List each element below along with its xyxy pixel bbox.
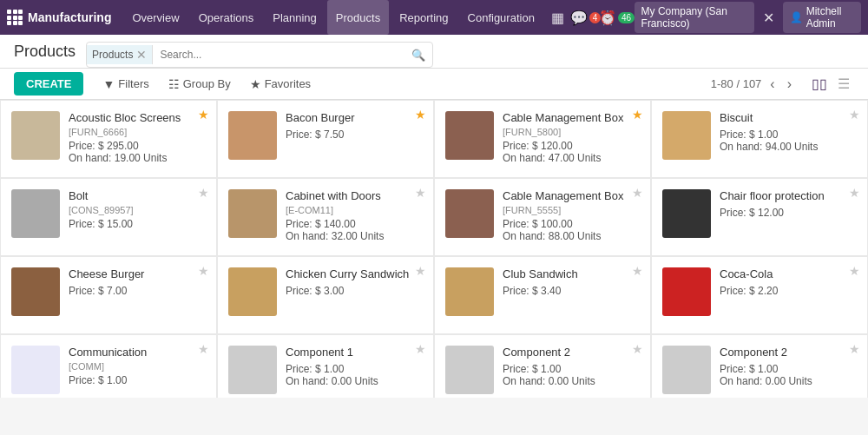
favorite-button[interactable]: ★ [415,342,426,356]
product-info: Cabinet with Doors[E-COM11]Price: $ 140.… [286,189,423,242]
product-card[interactable]: Bacon BurgerPrice: $ 7.50★ [217,100,434,178]
product-price: Price: $ 295.00 [69,140,206,152]
product-code: [CONS_89957] [69,205,206,215]
favorite-button[interactable]: ★ [198,186,209,200]
product-card[interactable]: Cable Management Box[FURN_5800]Price: $ … [434,100,651,178]
product-info: Component 2Price: $ 1.00On hand: 0.00 Un… [503,346,640,387]
product-name: Acoustic Bloc Screens [69,111,206,126]
product-stock: On hand: 88.00 Units [503,230,640,242]
favorite-button[interactable]: ★ [632,264,643,278]
search-tag: Products ✕ [87,45,153,64]
product-image [11,111,60,160]
favorite-button[interactable]: ★ [849,264,860,278]
favorite-button[interactable]: ★ [632,186,643,200]
product-card[interactable]: Chair floor protectionPrice: $ 12.00★ [651,178,868,256]
product-card[interactable]: Acoustic Bloc Screens[FURN_6666]Price: $… [0,100,217,178]
favorite-button[interactable]: ★ [849,186,860,200]
nav-planning[interactable]: Planning [264,0,326,35]
next-page-button[interactable]: › [784,75,795,94]
product-info: Bacon BurgerPrice: $ 7.50 [286,111,423,141]
favorite-button[interactable]: ★ [415,108,426,122]
user-menu[interactable]: 👤 Mitchell Admin [783,2,861,33]
clock-icon[interactable]: ⏰46 [603,3,631,31]
product-info: Cheese BurgerPrice: $ 7.00 [69,267,206,297]
pagination-info: 1-80 / 107 ‹ › ▯▯ ☰ [711,73,854,95]
list-view-button[interactable]: ☰ [833,73,854,95]
search-tag-close[interactable]: ✕ [136,48,147,62]
product-name: Coca-Cola [720,267,857,282]
product-price: Price: $ 1.00 [720,129,857,141]
action-bar: CREATE ▼ Filters ☷ Group By ★ Favorites … [0,69,868,100]
product-price: Price: $ 7.50 [286,129,423,141]
product-name: Bolt [69,189,206,204]
product-card[interactable]: Bolt[CONS_89957]Price: $ 15.00★ [0,178,217,256]
product-price: Price: $ 3.40 [503,285,640,297]
favorite-button[interactable]: ★ [415,186,426,200]
product-info: Component 2Price: $ 1.00On hand: 0.00 Un… [720,346,857,387]
close-icon[interactable]: ✕ [758,3,779,31]
product-card[interactable]: Component 2Price: $ 1.00On hand: 0.00 Un… [651,334,868,398]
product-price: Price: $ 15.00 [69,218,206,230]
company-selector[interactable]: My Company (San Francisco) [635,2,754,33]
product-card[interactable]: Cheese BurgerPrice: $ 7.00★ [0,256,217,334]
favorite-button[interactable]: ★ [849,342,860,356]
product-card[interactable]: Cable Management Box[FURN_5555]Price: $ … [434,178,651,256]
brand-name: Manufacturing [28,10,111,24]
filters-button[interactable]: ▼ Filters [94,74,157,95]
product-info: Communication[COMM]Price: $ 1.00 [69,346,206,386]
product-card[interactable]: Club SandwichPrice: $ 3.40★ [434,256,651,334]
product-price: Price: $ 3.00 [286,285,423,297]
nav-operations[interactable]: Operations [190,0,263,35]
favorite-button[interactable]: ★ [849,108,860,122]
brand[interactable]: Manufacturing [7,10,111,25]
product-image [445,267,494,316]
product-image [662,267,711,316]
product-card[interactable]: Communication[COMM]Price: $ 1.00★ [0,334,217,398]
product-image [11,267,60,316]
product-image [662,189,711,238]
product-info: Cable Management Box[FURN_5555]Price: $ … [503,189,640,242]
product-name: Cheese Burger [69,267,206,282]
nav-products[interactable]: Products [327,0,389,35]
favorite-button[interactable]: ★ [198,264,209,278]
product-card[interactable]: Coca-ColaPrice: $ 2.20★ [651,256,868,334]
product-code: [COMM] [69,361,206,372]
group-by-button[interactable]: ☷ Group By [160,74,240,95]
nav-reporting[interactable]: Reporting [391,0,457,35]
search-input[interactable] [153,45,404,64]
product-price: Price: $ 1.00 [503,363,640,375]
product-stock: On hand: 0.00 Units [286,375,423,387]
group-icon: ☷ [168,77,180,91]
product-info: Component 1Price: $ 1.00On hand: 0.00 Un… [286,346,423,387]
kanban-view-button[interactable]: ▯▯ [807,73,832,95]
barcode-icon[interactable]: ▦ [547,3,569,31]
nav-configuration[interactable]: Configuration [459,0,543,35]
product-info: Bolt[CONS_89957]Price: $ 15.00 [69,189,206,230]
product-card[interactable]: Cabinet with Doors[E-COM11]Price: $ 140.… [217,178,434,256]
product-name: Chicken Curry Sandwich [286,267,423,282]
search-icon[interactable]: 🔍 [404,49,432,62]
favorites-button[interactable]: ★ Favorites [241,74,319,95]
product-image [228,111,277,160]
product-info: Cable Management Box[FURN_5800]Price: $ … [503,111,640,164]
product-price: Price: $ 140.00 [286,218,423,230]
favorite-button[interactable]: ★ [632,342,643,356]
top-navigation: Manufacturing Overview Operations Planni… [0,0,868,35]
product-name: Club Sandwich [503,267,640,282]
favorite-button[interactable]: ★ [632,108,643,122]
favorite-button[interactable]: ★ [415,264,426,278]
product-card[interactable]: Component 1Price: $ 1.00On hand: 0.00 Un… [217,334,434,398]
nav-overview[interactable]: Overview [123,0,187,35]
product-grid: Acoustic Bloc Screens[FURN_6666]Price: $… [0,100,868,398]
product-card[interactable]: BiscuitPrice: $ 1.00On hand: 94.00 Units… [651,100,868,178]
product-price: Price: $ 2.20 [720,285,857,297]
product-card[interactable]: Chicken Curry SandwichPrice: $ 3.00★ [217,256,434,334]
product-card[interactable]: Component 2Price: $ 1.00On hand: 0.00 Un… [434,334,651,398]
create-button[interactable]: CREATE [14,72,83,96]
prev-page-button[interactable]: ‹ [766,75,778,94]
favorite-button[interactable]: ★ [198,342,209,356]
chat-icon[interactable]: 💬4 [572,3,600,31]
product-image [662,346,711,394]
favorite-button[interactable]: ★ [198,108,209,122]
main-content: Acoustic Bloc Screens[FURN_6666]Price: $… [0,100,868,398]
